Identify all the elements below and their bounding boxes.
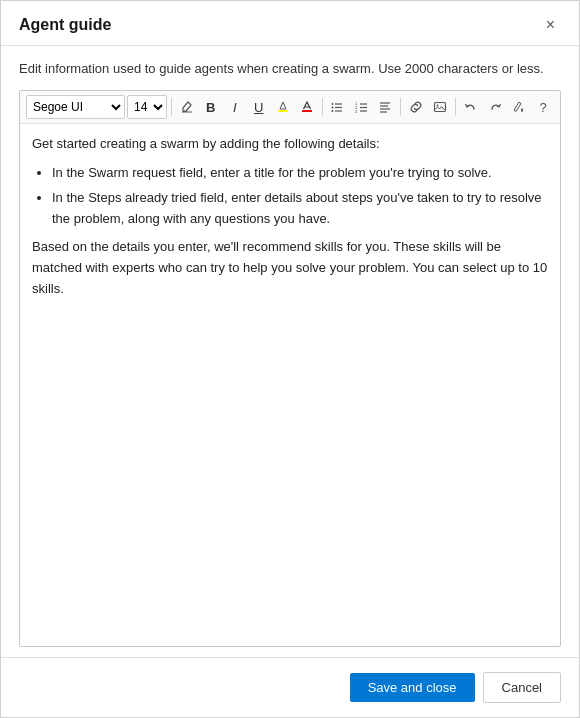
svg-text:3.: 3. (355, 109, 358, 114)
bullet-list-button[interactable] (326, 95, 348, 119)
editor-content-area[interactable]: Get started creating a swarm by adding t… (20, 124, 560, 646)
highlight-color-button[interactable] (272, 95, 294, 119)
redo-button[interactable] (484, 95, 506, 119)
bold-button[interactable]: B (200, 95, 222, 119)
toolbar-separator-4 (455, 98, 456, 116)
toolbar-separator-3 (400, 98, 401, 116)
svg-point-5 (332, 110, 334, 112)
editor-toolbar: Segoe UI Arial Times New Roman Courier N… (20, 91, 560, 124)
editor-intro: Get started creating a swarm by adding t… (32, 134, 548, 155)
italic-button[interactable]: I (224, 95, 246, 119)
editor-bullet-2: In the Steps already tried field, enter … (52, 188, 548, 230)
align-button[interactable] (374, 95, 396, 119)
insert-link-button[interactable] (405, 95, 427, 119)
svg-point-3 (332, 103, 334, 105)
svg-rect-1 (302, 110, 312, 112)
svg-rect-19 (435, 103, 446, 112)
font-size-select[interactable]: 8 9 10 11 12 14 16 18 24 36 (127, 95, 167, 119)
font-family-select[interactable]: Segoe UI Arial Times New Roman Courier N… (26, 95, 125, 119)
cancel-button[interactable]: Cancel (483, 672, 561, 703)
save-and-close-button[interactable]: Save and close (350, 673, 475, 702)
editor-summary: Based on the details you enter, we'll re… (32, 237, 548, 299)
toolbar-separator-2 (322, 98, 323, 116)
underline-button[interactable]: U (248, 95, 270, 119)
agent-guide-dialog: Agent guide × Edit information used to g… (0, 0, 580, 718)
svg-point-4 (332, 107, 334, 109)
description-text: Edit information used to guide agents wh… (19, 60, 561, 78)
paint-format-button[interactable] (508, 95, 530, 119)
clear-format-button[interactable] (176, 95, 198, 119)
close-button[interactable]: × (540, 15, 561, 35)
help-button[interactable]: ? (532, 95, 554, 119)
undo-button[interactable] (460, 95, 482, 119)
toolbar-separator-1 (171, 98, 172, 116)
rich-text-editor: Segoe UI Arial Times New Roman Courier N… (19, 90, 561, 647)
dialog-header: Agent guide × (1, 1, 579, 46)
numbered-list-button[interactable]: 1.2.3. (350, 95, 372, 119)
insert-image-button[interactable] (429, 95, 451, 119)
dialog-title: Agent guide (19, 16, 111, 34)
dialog-body: Edit information used to guide agents wh… (1, 46, 579, 657)
svg-point-20 (437, 105, 439, 107)
editor-bullet-1: In the Swarm request field, enter a titl… (52, 163, 548, 184)
dialog-footer: Save and close Cancel (1, 657, 579, 717)
editor-list: In the Swarm request field, enter a titl… (52, 163, 548, 229)
font-color-button[interactable] (296, 95, 318, 119)
svg-rect-0 (278, 110, 288, 112)
